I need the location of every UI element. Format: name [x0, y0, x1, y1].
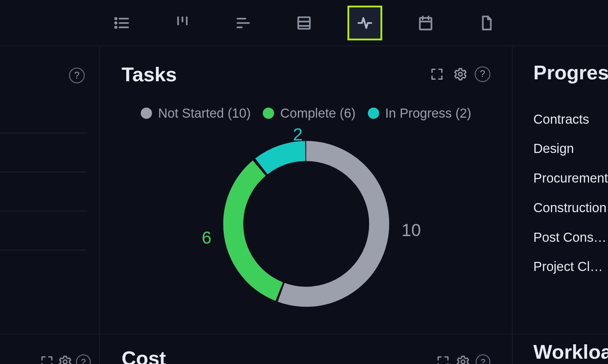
gear-icon: [453, 67, 468, 82]
progress-item[interactable]: Contracts: [534, 112, 608, 127]
help-button[interactable]: ?: [69, 68, 85, 83]
progress-item[interactable]: Project Close-out: [534, 260, 608, 274]
gear-icon: [456, 355, 470, 364]
board-icon: [174, 14, 191, 32]
legend-item-in-progress[interactable]: In Progress (2): [368, 106, 471, 121]
chart-value-in-progress: 2: [293, 125, 302, 144]
chart-value-not-started: 10: [402, 221, 421, 240]
expand-icon: [435, 355, 450, 364]
nav-gantt-view[interactable]: [226, 5, 260, 40]
svg-point-4: [115, 27, 117, 28]
legend-dot: [263, 107, 274, 119]
help-button[interactable]: ?: [476, 355, 491, 364]
settings-button[interactable]: [456, 355, 470, 364]
nav-table-view[interactable]: [287, 5, 321, 40]
svg-rect-12: [298, 17, 310, 28]
legend-label: In Progress (2): [385, 106, 472, 121]
progress-item[interactable]: Construction: [534, 200, 608, 215]
nav-calendar-view[interactable]: [408, 5, 443, 40]
svg-rect-15: [420, 18, 431, 29]
help-button[interactable]: ?: [76, 355, 91, 364]
progress-item-list: Contracts Design Procurement Constructio…: [534, 112, 608, 274]
nav-list-view[interactable]: [104, 5, 139, 40]
view-switcher-toolbar: [0, 0, 608, 46]
legend-item-not-started[interactable]: Not Started (10): [141, 106, 251, 121]
svg-point-0: [115, 18, 117, 19]
donut-svg: [215, 133, 397, 315]
progress-item[interactable]: Design: [534, 142, 608, 156]
expand-icon: [40, 355, 54, 364]
expand-button[interactable]: [40, 355, 54, 364]
nav-document-view[interactable]: [469, 5, 504, 40]
tasks-legend: Not Started (10) Complete (6) In Progres…: [100, 106, 512, 121]
settings-button[interactable]: [58, 355, 73, 364]
chart-value-complete: 6: [202, 228, 211, 247]
table-icon: [295, 14, 313, 32]
legend-dot: [368, 107, 379, 119]
left-partial-panel: ?: [0, 46, 100, 364]
tasks-donut-chart: 2 6 10: [215, 133, 397, 315]
legend-label: Not Started (10): [158, 106, 251, 121]
settings-button[interactable]: [451, 65, 470, 83]
legend-label: Complete (6): [280, 106, 356, 121]
expand-icon: [429, 67, 444, 82]
activity-icon: [356, 14, 374, 32]
document-icon: [478, 14, 495, 32]
bottom-left-partial-panel: ?: [0, 334, 100, 364]
help-button[interactable]: ?: [475, 66, 490, 82]
nav-board-view[interactable]: [165, 5, 200, 40]
svg-point-19: [459, 72, 462, 76]
legend-item-complete[interactable]: Complete (6): [263, 106, 356, 121]
progress-item[interactable]: Procurement: [534, 171, 608, 186]
expand-button[interactable]: [428, 65, 446, 83]
calendar-icon: [417, 14, 434, 32]
expand-button[interactable]: [435, 355, 450, 364]
tasks-panel-actions: ?: [428, 65, 491, 83]
workload-panel-title: Workload: [534, 340, 608, 364]
gear-icon: [58, 355, 73, 364]
nav-dashboard-view[interactable]: [347, 5, 382, 40]
tasks-panel: Tasks ?: [100, 46, 513, 364]
cost-panel: Cost ?: [100, 334, 512, 364]
progress-item[interactable]: Post Construction: [534, 230, 608, 245]
tasks-panel-title: Tasks: [122, 63, 428, 86]
cost-panel-title: Cost: [122, 347, 166, 364]
svg-point-24: [461, 360, 465, 364]
gantt-icon: [234, 14, 252, 32]
list-icon: [113, 14, 130, 32]
legend-dot: [141, 107, 152, 119]
progress-panel: Progress Contracts Design Procurement Co…: [513, 46, 608, 364]
svg-point-23: [63, 360, 67, 364]
progress-panel-title: Progress: [534, 61, 608, 84]
svg-point-2: [115, 22, 117, 24]
